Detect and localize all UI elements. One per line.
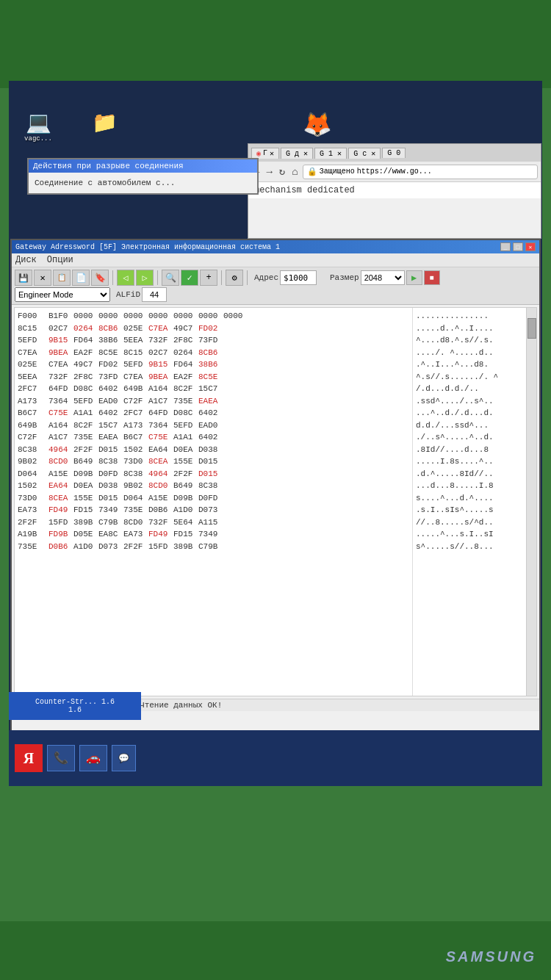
hex-byte[interactable]: 0264 (73, 323, 97, 335)
hex-byte[interactable]: D0FD (98, 468, 122, 480)
hex-byte[interactable]: D038 (198, 444, 222, 456)
hex-byte[interactable]: 4964 (148, 468, 172, 480)
hex-byte[interactable]: C79B (198, 541, 222, 553)
browser-tab-3[interactable]: G 1 ✕ (314, 148, 347, 159)
hex-byte[interactable]: D0B6 (148, 504, 172, 516)
hex-byte[interactable]: 2F2F (123, 541, 147, 553)
hex-byte[interactable]: C72F (123, 395, 147, 408)
hex-byte[interactable]: 6402 (98, 407, 122, 419)
hex-byte[interactable]: 8C15 (123, 347, 147, 359)
hex-byte[interactable]: 0000 (98, 310, 122, 323)
hex-byte[interactable]: 0000 (73, 310, 97, 323)
hex-byte[interactable]: 8CEA (148, 455, 172, 468)
mode-select[interactable]: Engineer Mode (15, 287, 110, 302)
hex-byte[interactable]: 0000 (123, 310, 147, 323)
hex-byte[interactable]: 4964 (48, 444, 72, 456)
hex-byte[interactable]: 5EEA (123, 334, 147, 347)
hex-byte[interactable]: 2F2F (173, 468, 197, 480)
hex-byte[interactable]: D08C (73, 383, 97, 395)
hex-byte[interactable]: 2F2F (73, 444, 97, 456)
toolbar-btn-check[interactable]: ✓ (181, 270, 198, 286)
hex-byte[interactable]: 8C2F (73, 419, 97, 432)
minimize-button[interactable]: _ (500, 242, 511, 251)
hex-byte[interactable]: 6402 (198, 407, 222, 419)
toolbar-btn-3[interactable]: 📋 (53, 270, 71, 286)
hex-byte[interactable]: 8C38 (198, 480, 222, 492)
hex-byte[interactable]: D064 (123, 492, 147, 505)
hex-byte[interactable]: EA64 (48, 480, 72, 492)
hex-byte[interactable]: FD49 (148, 528, 172, 541)
hex-byte[interactable]: 7349 (198, 528, 222, 541)
hex-byte[interactable]: FD02 (198, 323, 222, 335)
hex-byte[interactable]: 02C7 (148, 347, 172, 359)
scrollbar[interactable] (526, 308, 536, 696)
address-bar[interactable]: 🔒 Защищено https://www.go... (303, 165, 538, 179)
hex-byte[interactable]: 9BEA (48, 347, 72, 359)
hex-byte[interactable]: EAD0 (198, 419, 222, 432)
hex-byte[interactable]: 5EFD (123, 359, 147, 371)
maximize-button[interactable]: □ (513, 242, 523, 251)
hex-byte[interactable]: 025E (123, 323, 147, 335)
hex-byte[interactable]: 64FD (148, 407, 172, 419)
hex-byte[interactable]: 8C5E (98, 347, 122, 359)
home-button[interactable]: ⌂ (289, 166, 300, 178)
hex-byte[interactable]: D0FD (198, 492, 222, 505)
hex-byte[interactable]: EA73 (123, 528, 147, 541)
hex-byte[interactable]: A115 (198, 516, 222, 529)
browser-tab-2[interactable]: G д ✕ (281, 148, 313, 159)
stop-button[interactable]: ■ (424, 270, 440, 285)
hex-byte[interactable]: 8CB6 (198, 347, 222, 359)
browser-tab-1[interactable]: ◉ Г ✕ (251, 148, 279, 159)
hex-byte[interactable]: D015 (98, 444, 122, 456)
hex-byte[interactable]: 6402 (198, 431, 222, 444)
hex-byte[interactable]: A1D0 (173, 504, 197, 516)
forward-button[interactable]: → (264, 166, 274, 178)
hex-byte[interactable]: 73FD (98, 371, 122, 383)
reload-button[interactable]: ↻ (277, 165, 287, 178)
play-button[interactable]: ▶ (406, 270, 422, 285)
hex-byte[interactable]: 9B15 (48, 334, 72, 347)
taskbar-btn-phone[interactable]: 📞 (47, 745, 75, 771)
desktop-icon-vagcom[interactable]: 💻 vagc... (16, 110, 60, 143)
menu-disk[interactable]: Диск (15, 255, 37, 265)
hex-byte[interactable]: 8C38 (123, 468, 147, 480)
hex-byte[interactable]: 5EFD (73, 395, 97, 408)
hex-byte[interactable]: D09B (173, 492, 197, 505)
hex-byte[interactable]: 8CB6 (98, 323, 122, 335)
hex-byte[interactable]: C75E (48, 407, 72, 419)
hex-byte[interactable]: C7EA (48, 359, 72, 371)
hex-byte[interactable]: D08C (173, 407, 197, 419)
hex-byte[interactable]: 49C7 (173, 323, 197, 335)
hex-byte[interactable]: EAEA (198, 395, 222, 408)
hex-byte[interactable]: A164 (48, 419, 72, 432)
hex-byte[interactable]: EAD0 (98, 395, 122, 408)
size-select[interactable]: 2048 (361, 270, 405, 285)
hex-byte[interactable]: 5E64 (173, 516, 197, 529)
taskbar-btn-misc[interactable]: 💬 (112, 745, 136, 771)
hex-byte[interactable]: 735E (73, 431, 97, 444)
hex-byte[interactable]: D015 (198, 468, 222, 480)
tab1-close[interactable]: ✕ (270, 149, 274, 158)
hex-byte[interactable]: EA8C (98, 528, 122, 541)
hex-byte[interactable]: D09B (73, 468, 97, 480)
hex-byte[interactable]: D05E (73, 528, 97, 541)
firefox-icon[interactable]: 🦊 (303, 110, 332, 140)
hex-byte[interactable]: 9BEA (148, 371, 172, 383)
hex-byte[interactable]: D015 (98, 492, 122, 505)
hex-byte[interactable]: 8CD0 (48, 455, 72, 468)
start-button[interactable]: Я (15, 744, 43, 772)
toolbar-btn-2[interactable]: ✕ (34, 270, 51, 286)
hex-byte[interactable]: 8CEA (48, 492, 72, 505)
hex-byte[interactable]: C79B (98, 516, 122, 529)
hex-byte[interactable]: A15E (148, 492, 172, 505)
hex-byte[interactable]: 0000 (198, 310, 222, 323)
hex-byte[interactable]: 9B15 (148, 359, 172, 371)
hex-byte[interactable]: 0264 (173, 347, 197, 359)
hex-byte[interactable]: A1D0 (73, 541, 97, 553)
hex-byte[interactable]: 735E (123, 504, 147, 516)
hex-byte[interactable]: C7EA (148, 323, 172, 335)
hex-byte[interactable]: 38B6 (198, 359, 222, 371)
hex-byte[interactable]: EA64 (148, 444, 172, 456)
hex-byte[interactable]: 38B6 (98, 334, 122, 347)
hex-byte[interactable]: FD15 (73, 504, 97, 516)
